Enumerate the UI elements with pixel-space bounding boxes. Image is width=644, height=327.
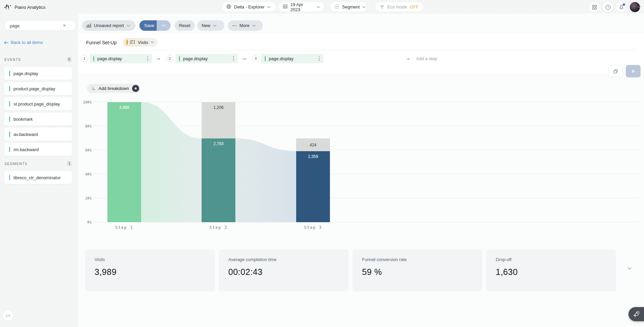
chevron-down-icon [362,6,366,8]
kpi-label: Average completion time [228,257,277,262]
event-item[interactable]: bookmark [4,113,72,125]
segment-accent-bar [9,175,10,180]
reset-button[interactable]: Reset [175,20,195,31]
metric-label: Visits [138,40,148,45]
svg-text:2,359: 2,359 [308,154,318,159]
more-button-label: More [239,23,250,28]
svg-text:3,989: 3,989 [119,105,129,110]
funnel-chart-svg: 0%20%40%60%80%100%3,989Step 11,2062,783S… [81,100,641,233]
add-breakdown-button[interactable]: ↳ Add breakdown ★ [87,84,140,93]
piano-analytics-app: Piano Analytics Delta - Explorer 19 Apr … [0,0,644,327]
event-label: av.backward [14,132,38,137]
event-label: st.product.page_display [14,101,60,107]
assistant-launcher-button[interactable] [628,307,644,321]
date-picker[interactable]: 19 Apr 2023 [279,2,324,11]
events-section-header: EVENTS 6 [4,57,72,62]
save-options-button[interactable] [157,20,171,31]
user-menu-chevron-icon[interactable] [638,6,641,8]
clear-search-icon[interactable]: × [63,23,66,28]
step-accent-bar [179,56,180,61]
svg-text:424: 424 [310,143,316,147]
step-event-label: page.display [183,56,229,61]
step-number-3: 3 [252,55,259,62]
step-menu-icon[interactable] [229,56,238,61]
event-item[interactable]: rm.backward [4,143,72,156]
svg-text:80%: 80% [85,124,92,128]
question-mark-icon: ? [605,4,611,10]
step-event-label: page.display [97,56,144,61]
segment-item[interactable]: libreco_ctr_denominator [4,171,72,184]
kpi-card-conversion-rate: Funnel conversion rate 59 % [353,250,482,291]
segments-title: SEGMENTS [4,162,28,166]
ellipsis-icon [232,25,237,26]
funnel-chart: 0%20%40%60%80%100%3,989Step 11,2062,783S… [81,100,641,233]
report-name-dropdown[interactable]: Unsaved report [82,20,135,31]
svg-text:100%: 100% [83,100,92,104]
event-accent-bar [9,132,10,137]
funnel-step-3[interactable]: page.display [261,54,324,63]
kpi-value: 59 % [362,267,382,277]
segments-section-header: SEGMENTS 1 [4,161,72,166]
collapse-icon: |< [6,313,10,318]
step-number-1: 1 [81,55,88,62]
metric-selector[interactable]: Visits [123,38,157,47]
collapse-sidebar-button[interactable]: |< [3,310,13,321]
piano-analytics-logo-icon [4,3,11,11]
search-input[interactable] [5,23,63,28]
svg-text:Step 3: Step 3 [304,225,322,230]
event-item[interactable]: page.display [4,67,72,80]
back-to-all-items-link[interactable]: Back to all items [4,40,43,45]
step-menu-icon[interactable] [144,56,152,61]
event-accent-bar [9,86,10,91]
arrow-right-icon: → [405,55,411,61]
chevron-down-icon [267,6,271,8]
divider [86,50,636,50]
svg-text:40%: 40% [85,172,92,176]
funnel-step-2[interactable]: page.display [175,54,238,63]
kpi-label: Visits [95,257,105,262]
segment-picker[interactable]: Segment [330,2,367,11]
help-button[interactable]: ? [603,2,613,12]
eco-mode-label: Eco mode [387,4,407,9]
branch-arrow-icon: ↳ [92,86,96,91]
site-picker[interactable]: Delta - Explorer [222,2,276,11]
copy-icon [613,69,618,74]
events-title: EVENTS [4,57,21,62]
event-item[interactable]: st.product.page_display [4,97,72,110]
events-count-badge: 6 [67,57,72,62]
new-button[interactable]: New [197,20,224,31]
grid-icon [592,5,597,10]
svg-text:Step 1: Step 1 [115,225,133,230]
funnel-setup-panel: Funnel Set-Up Visits 1 page.display → 2 [78,34,644,74]
kpi-label: Drop-off [496,257,512,262]
date-picker-label: 19 Apr 2023 [290,2,314,12]
chevron-down-icon [252,25,256,27]
event-item[interactable]: av.backward [4,128,72,141]
notifications-button[interactable] [616,2,626,12]
collapse-cards-chevron-icon[interactable] [627,267,632,270]
save-button-label: Save [144,23,154,28]
duplicate-button[interactable] [608,65,623,77]
run-funnel-button[interactable] [626,65,641,77]
bar-chart-icon [86,23,91,28]
add-step-button[interactable]: Add a step [416,56,437,61]
svg-text:0%: 0% [87,220,92,224]
reset-button-label: Reset [179,23,190,28]
save-button[interactable]: Save [139,20,159,31]
svg-text:1,206: 1,206 [213,105,224,110]
funnel-step-1[interactable]: page.display [89,54,152,63]
event-label: page.display [14,71,38,76]
premium-star-icon: ★ [132,85,139,92]
event-accent-bar [9,101,10,107]
event-label: product.page_display [14,86,55,91]
plant-icon [380,4,385,10]
more-button[interactable]: More [228,20,263,31]
rocket-icon [633,311,640,318]
apps-grid-button[interactable] [589,2,599,12]
arrow-right-icon: → [241,55,247,61]
step-number-2: 2 [166,55,174,62]
event-item[interactable]: product.page_display [4,82,72,95]
kpi-card-completion-time: Average completion time 00:02:43 [219,250,349,291]
step-menu-icon[interactable] [315,56,324,61]
eco-mode-toggle[interactable]: Eco mode OFF [376,2,423,11]
